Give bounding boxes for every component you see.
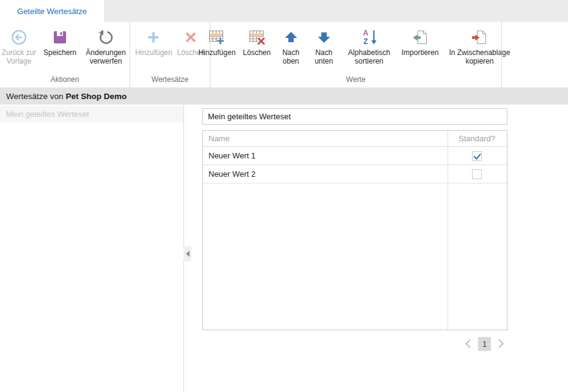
sidebar-collapse-handle[interactable] — [183, 246, 191, 262]
values-table: Name Standard? Neuer Wert 1 Neuer Wert 2 — [202, 130, 507, 330]
previous-page-button[interactable] — [464, 338, 472, 349]
button-label: Hinzufügen — [135, 48, 172, 57]
button-label: Importieren — [402, 48, 439, 57]
save-icon — [52, 26, 68, 48]
column-divider — [448, 131, 448, 330]
add-valueset-button[interactable]: Hinzufügen — [133, 26, 174, 57]
button-label: Nach oben — [278, 48, 304, 65]
import-button[interactable]: Importieren — [400, 26, 441, 57]
table-row[interactable]: Neuer Wert 2 — [203, 165, 507, 183]
chevron-left-icon — [464, 338, 472, 349]
current-page-indicator[interactable]: 1 — [478, 337, 491, 351]
button-label: Hinzufügen — [199, 48, 236, 57]
plus-icon — [146, 26, 161, 48]
tab-geteilte-wertesaetze[interactable]: Geteilte Wertesätze — [0, 0, 104, 22]
button-label: Nach unten — [311, 48, 337, 65]
back-circle-icon — [10, 26, 28, 48]
back-to-template-button[interactable]: Zurück zur Vorlage — [0, 26, 40, 65]
arrow-down-icon — [316, 26, 332, 48]
table-add-icon — [207, 26, 226, 48]
chevron-right-icon — [497, 338, 505, 349]
ribbon-group-label: Aktionen — [0, 75, 130, 87]
ribbon-group-label: Werte — [210, 75, 501, 87]
value-name-cell: Neuer Wert 1 — [203, 151, 447, 160]
import-icon — [411, 26, 429, 48]
sort-alphabetical-button[interactable]: A Z Alphabetisch sortieren — [342, 26, 396, 65]
button-label: Löschen — [243, 48, 270, 57]
ribbon-filler — [501, 22, 568, 87]
column-header-standard: Standard? — [447, 134, 507, 143]
tab-strip: Geteilte Wertesätze — [0, 0, 568, 22]
page-title-bar: Wertesätze von Pet Shop Demo — [0, 87, 568, 105]
svg-text:Z: Z — [363, 37, 367, 46]
button-label: Zurück zur Vorlage — [0, 48, 39, 65]
ribbon-group-aktionen: Zurück zur Vorlage Speichern — [0, 22, 130, 87]
add-value-button[interactable]: Hinzufügen — [197, 26, 238, 57]
move-down-button[interactable]: Nach unten — [309, 26, 339, 65]
svg-text:A: A — [363, 29, 368, 37]
ribbon-group-label: Wertesätze — [130, 75, 210, 87]
delete-value-button[interactable]: Löschen — [241, 26, 272, 57]
standard-checkbox[interactable] — [472, 169, 482, 179]
standard-checkbox[interactable] — [472, 151, 482, 161]
next-page-button[interactable] — [497, 338, 505, 349]
save-button[interactable]: Speichern — [42, 26, 78, 57]
pagination: 1 — [202, 336, 505, 352]
button-label: Alphabetisch sortieren — [344, 48, 394, 65]
undo-icon — [97, 26, 114, 48]
table-header-row: Name Standard? — [203, 131, 507, 147]
arrow-up-icon — [283, 26, 299, 48]
copy-clipboard-icon — [470, 26, 489, 48]
discard-changes-button[interactable]: Änderungen verwerfen — [79, 26, 132, 65]
page-title-name: Pet Shop Demo — [66, 92, 127, 101]
sort-az-icon: A Z — [360, 26, 378, 48]
table-row[interactable]: Neuer Wert 1 — [203, 147, 507, 165]
sidebar-item-werteset[interactable]: Mein geteiltes Werteset — [0, 106, 183, 122]
button-label: Änderungen verwerfen — [81, 48, 130, 65]
valueset-name-input[interactable] — [202, 108, 507, 125]
page-title-prefix: Wertesätze von — [6, 92, 64, 101]
button-label: Speichern — [43, 48, 76, 57]
chevron-left-icon — [186, 251, 190, 257]
ribbon: Zurück zur Vorlage Speichern — [0, 22, 568, 87]
move-up-button[interactable]: Nach oben — [276, 26, 306, 65]
table-delete-icon — [248, 26, 267, 48]
column-header-name: Name — [203, 134, 447, 143]
sidebar: Mein geteiltes Werteset — [0, 105, 184, 392]
app-window: Geteilte Wertesätze Zurück zur Vorlage — [0, 0, 568, 392]
value-name-cell: Neuer Wert 2 — [203, 169, 447, 179]
ribbon-group-werte: Hinzufügen Löschen — [210, 22, 501, 87]
